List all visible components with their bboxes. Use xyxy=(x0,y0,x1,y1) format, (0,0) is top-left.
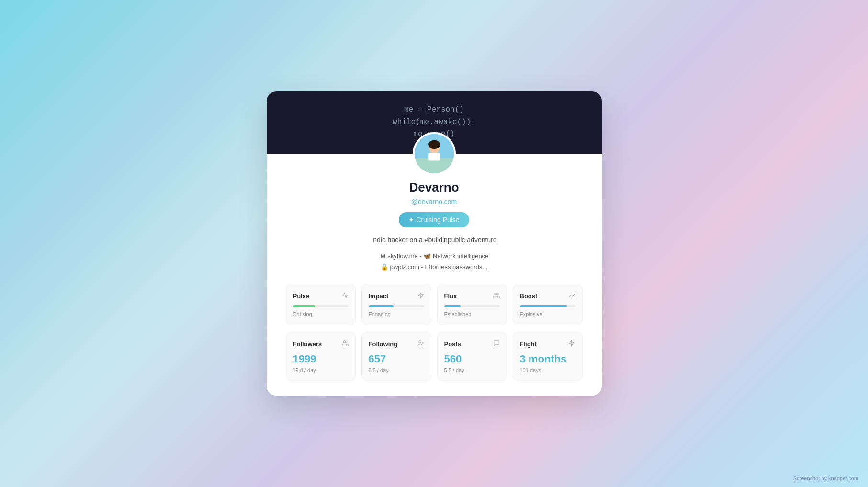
stat-label-flux: Flux xyxy=(444,293,457,300)
followers-icon xyxy=(342,340,349,348)
followers-sub: 19.8 / day xyxy=(293,367,349,373)
profile-handle[interactable]: @devarno.com xyxy=(286,198,583,205)
impact-icon xyxy=(417,292,424,300)
profile-bio: Indie hacker on a #buildinpublic adventu… xyxy=(286,236,583,244)
flux-description: Established xyxy=(444,311,500,317)
boost-progress-bar xyxy=(520,305,575,307)
status-badge[interactable]: ✦ Cruising Pulse xyxy=(399,212,469,227)
pulse-progress-fill xyxy=(293,305,315,307)
boost-icon xyxy=(569,292,575,300)
bottom-card-following: Following 657 6.5 / day xyxy=(361,332,431,381)
bottom-card-flight: Flight 3 months 101 days xyxy=(513,332,583,381)
profile-name: Devarno xyxy=(286,180,583,195)
stat-cards-grid: Pulse Cruising Impact xyxy=(286,284,583,325)
flux-icon xyxy=(493,292,500,300)
card-header: me = Person() while(me.awake()): me.code… xyxy=(267,91,602,154)
stat-label-impact: Impact xyxy=(369,293,389,300)
screenshot-credit: Screenshot by knapper.com xyxy=(793,476,858,481)
stat-header-impact: Impact xyxy=(369,292,424,300)
following-icon xyxy=(417,340,424,348)
following-value: 657 xyxy=(369,353,424,365)
flux-progress-fill xyxy=(444,305,461,307)
svg-point-7 xyxy=(429,144,440,149)
followers-value: 1999 xyxy=(293,353,349,365)
following-label: Following xyxy=(369,340,398,348)
pulse-progress-bar xyxy=(293,305,349,307)
following-sub: 6.5 / day xyxy=(369,367,424,373)
bottom-header-posts: Posts xyxy=(444,340,500,348)
avatar-wrapper xyxy=(413,132,456,175)
flight-icon xyxy=(569,340,575,348)
flight-label: Flight xyxy=(520,340,537,348)
stat-card-boost: Boost Explosive xyxy=(513,284,583,325)
flight-value: 3 months xyxy=(520,353,575,365)
svg-point-11 xyxy=(418,341,421,343)
profile-card: me = Person() while(me.awake()): me.code… xyxy=(267,91,602,396)
link-2[interactable]: 🔒 pwplz.com - Effortless passwords... xyxy=(286,261,583,272)
link-1[interactable]: 🖥 skyflow.me - 🦋 Network intelligence xyxy=(286,250,583,261)
bottom-card-followers: Followers 1999 19.8 / day xyxy=(286,332,356,381)
svg-point-10 xyxy=(343,341,345,343)
posts-icon xyxy=(493,340,500,348)
bottom-header-flight: Flight xyxy=(520,340,575,348)
posts-value: 560 xyxy=(444,353,500,365)
code-line-2: while(me.awake()): xyxy=(393,116,475,129)
svg-rect-5 xyxy=(428,153,440,160)
stat-label-pulse: Pulse xyxy=(293,293,310,300)
svg-marker-8 xyxy=(418,293,423,299)
posts-sub: 5.5 / day xyxy=(444,367,500,373)
flux-progress-bar xyxy=(444,305,500,307)
stat-header-flux: Flux xyxy=(444,292,500,300)
bottom-card-posts: Posts 560 5.5 / day xyxy=(437,332,507,381)
followers-label: Followers xyxy=(293,340,322,348)
svg-point-9 xyxy=(494,293,496,295)
stat-card-impact: Impact Engaging xyxy=(361,284,431,325)
bottom-cards-grid: Followers 1999 19.8 / day Following 657 xyxy=(286,332,583,381)
flight-sub: 101 days xyxy=(520,367,575,373)
stat-label-boost: Boost xyxy=(520,293,538,300)
boost-progress-fill xyxy=(520,305,567,307)
avatar xyxy=(413,132,456,175)
code-line-1: me = Person() xyxy=(393,104,475,116)
bottom-header-following: Following xyxy=(369,340,424,348)
impact-progress-fill xyxy=(369,305,394,307)
card-body: Devarno @devarno.com ✦ Cruising Pulse In… xyxy=(267,154,602,396)
stat-header-boost: Boost xyxy=(520,292,575,300)
stat-card-pulse: Pulse Cruising xyxy=(286,284,356,325)
pulse-icon xyxy=(342,292,349,300)
posts-label: Posts xyxy=(444,340,461,348)
stat-header-pulse: Pulse xyxy=(293,292,349,300)
bottom-header-followers: Followers xyxy=(293,340,349,348)
profile-links: 🖥 skyflow.me - 🦋 Network intelligence 🔒 … xyxy=(286,250,583,273)
boost-description: Explosive xyxy=(520,311,575,317)
impact-description: Engaging xyxy=(369,311,424,317)
impact-progress-bar xyxy=(369,305,424,307)
stat-card-flux: Flux Established xyxy=(437,284,507,325)
pulse-description: Cruising xyxy=(293,311,349,317)
